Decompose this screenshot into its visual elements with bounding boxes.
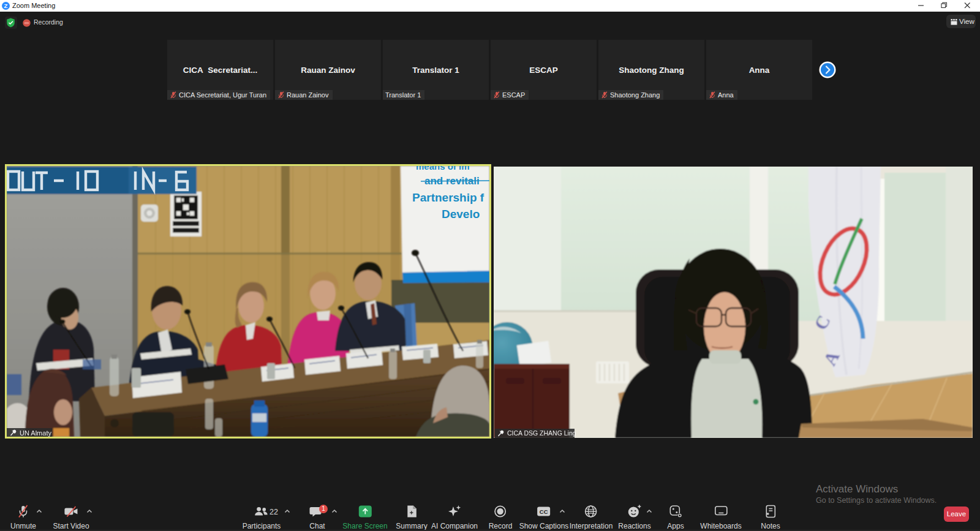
svg-text:UN Almaty: UN Almaty [20,429,51,437]
svg-text:CC: CC [540,508,548,515]
svg-text:CICA DSG ZHANG Ling: CICA DSG ZHANG Ling [507,429,576,437]
svg-text:Z: Z [4,2,8,9]
